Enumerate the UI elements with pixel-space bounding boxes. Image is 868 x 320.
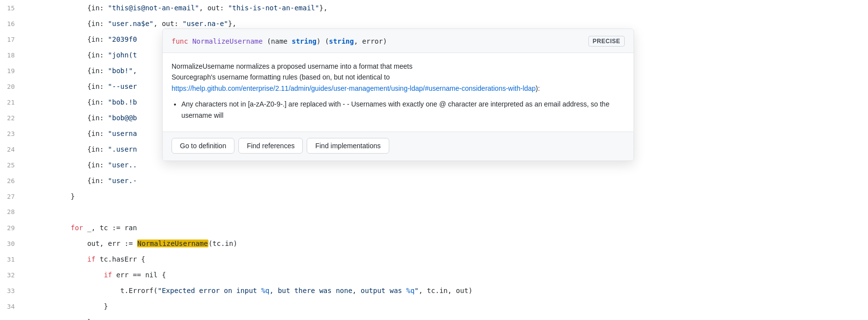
code-line-34: 34 } [0,298,868,314]
line-content-32: if err == nil { [25,267,868,283]
code-line-35: 35 }... [0,314,868,320]
line-number-27: 27 [0,189,25,205]
line-number-33: 33 [0,283,25,299]
line-number-25: 25 [0,158,25,173]
line-content-29: for _, tc := ran [25,220,868,236]
line-number-30: 30 [0,236,25,252]
sig-function-name: NormalizeUsername [192,37,262,45]
line-content-34: } [25,298,868,314]
hover-header: func NormalizeUsername (name string) (st… [163,29,634,53]
code-line-26: 26 {in: "user.- [0,173,868,188]
code-line-33: 33 t.Errorf("Expected error on input %q,… [0,283,868,298]
line-number-32: 32 [0,267,25,283]
sig-return-type-1: string [329,37,354,45]
hover-bullet-1: Any characters not in [a-zA-Z0-9-.] are … [181,99,625,121]
editor-container: 15 {in: "this@is@not-an-email", out: "th… [0,0,868,320]
hover-actions: Go to definition Find references Find im… [163,132,634,160]
line-number-15: 15 [0,0,25,16]
line-number-28: 28 [0,204,25,220]
line-number-20: 20 [0,79,25,95]
go-to-definition-button[interactable]: Go to definition [172,138,234,154]
line-content-30: out, err := NormalizeUsername(tc.in) [25,236,868,251]
code-line-15: 15 {in: "this@is@not-an-email", out: "th… [0,0,868,16]
line-content-35: }... [25,314,868,320]
line-number-31: 31 [0,252,25,267]
line-number-24: 24 [0,142,25,158]
line-number-17: 17 [0,32,25,48]
line-number-26: 26 [0,173,25,189]
code-line-27: 27 } [0,188,868,204]
line-number-18: 18 [0,48,25,63]
hover-description: NormalizeUsername normalizes a proposed … [172,61,625,94]
line-content-31: if tc.hasErr { [25,251,868,267]
precise-badge: PRECISE [588,36,625,47]
hover-popup: func NormalizeUsername (name string) (st… [162,28,634,161]
hover-body: NormalizeUsername normalizes a proposed … [163,53,634,132]
line-content-33: t.Errorf("Expected error on input %q, bu… [25,283,868,298]
code-line-30: 30 out, err := NormalizeUsername(tc.in) [0,236,868,251]
line-content-26: {in: "user.- [25,173,868,188]
sig-param-type: string [291,37,317,45]
highlighted-token: NormalizeUsername [137,240,208,247]
find-references-button[interactable]: Find references [238,138,303,154]
line-content-15: {in: "this@is@not-an-email", out: "this-… [25,0,868,16]
sig-params: (name [267,37,292,45]
hover-bullet-list: Any characters not in [a-zA-Z0-9-.] are … [172,99,625,121]
line-content-27: } [25,188,868,204]
code-line-28: 28 [0,204,868,220]
code-line-32: 32 if err == nil { [0,267,868,283]
hover-signature: func NormalizeUsername (name string) (st… [172,37,387,45]
find-implementations-button[interactable]: Find implementations [307,138,389,154]
line-number-22: 22 [0,110,25,126]
line-number-16: 16 [0,16,25,32]
code-line-31: 31 if tc.hasErr { [0,251,868,267]
line-number-34: 34 [0,299,25,315]
hover-link[interactable]: https://help.github.com/enterprise/2.11/… [172,84,536,92]
code-line-29: 29 for _, tc := ran [0,220,868,236]
line-number-29: 29 [0,220,25,236]
sig-keyword: func [172,37,188,45]
line-number-21: 21 [0,95,25,110]
line-number-19: 19 [0,63,25,79]
line-number-23: 23 [0,126,25,142]
line-number-35: 35 [0,315,25,320]
